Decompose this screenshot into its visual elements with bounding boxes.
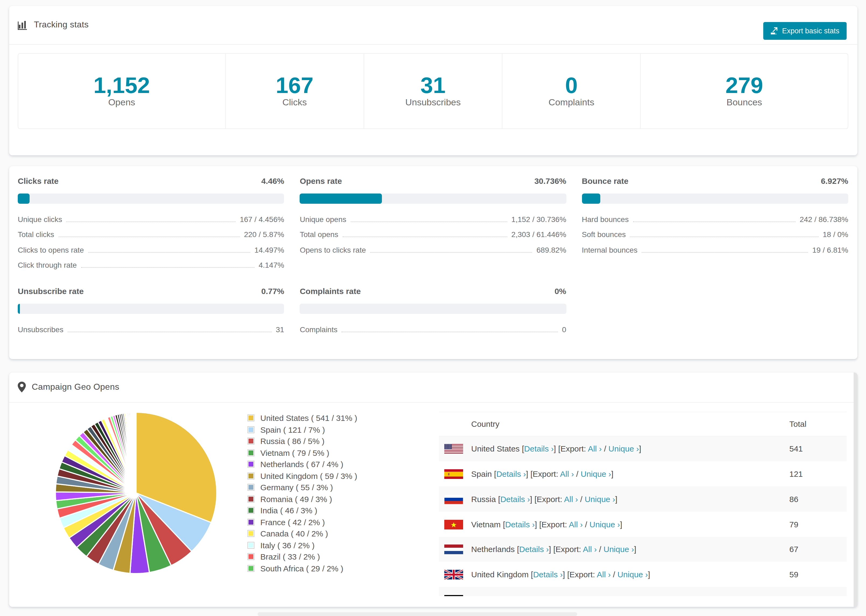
- export-all-link[interactable]: All ›: [597, 570, 611, 579]
- dotted-leader: [81, 262, 254, 268]
- dotted-leader: [370, 247, 532, 252]
- export-button-label: Export basic stats: [782, 27, 839, 35]
- legend-item: Germany ( 55 / 3% ): [247, 482, 357, 493]
- country-name: Vietnam: [471, 520, 501, 529]
- export-unique-link[interactable]: Unique ›: [581, 469, 611, 478]
- tracking-stats-header: Tracking stats Export basic stats: [9, 6, 857, 44]
- rate-value: 6.927%: [821, 176, 848, 185]
- details-link[interactable]: Details ›: [524, 444, 554, 453]
- legend-label: South Africa ( 29 / 2% ): [260, 564, 343, 573]
- rate-row: Unique clicks167 / 4.456%: [18, 212, 284, 227]
- details-link[interactable]: Details ›: [519, 545, 549, 554]
- rates-card: Clicks rate4.46%Unique clicks167 / 4.456…: [9, 166, 857, 359]
- legend-item: Vietnam ( 79 / 5% ): [247, 447, 357, 459]
- export-unique-link[interactable]: Unique ›: [589, 520, 620, 529]
- export-all-link[interactable]: All ›: [573, 595, 587, 596]
- flag-es-icon: [444, 469, 463, 479]
- geo-table-row: Germany [Details ›] [Export: All › / Uni…: [439, 587, 847, 596]
- export-all-link[interactable]: All ›: [583, 545, 597, 554]
- legend-swatch: [247, 460, 254, 468]
- rate-title: Complaints rate: [300, 286, 361, 295]
- legend-item: Brazil ( 33 / 2% ): [247, 551, 357, 563]
- geo-body: United States ( 541 / 31% )Spain ( 121 /…: [9, 402, 857, 606]
- stat-bounces: 279Bounces: [641, 53, 848, 129]
- dotted-leader: [642, 247, 808, 252]
- dotted-leader: [66, 216, 236, 222]
- legend-swatch: [247, 484, 254, 491]
- details-link[interactable]: Details ›: [505, 520, 535, 529]
- geo-table: Country Total United States [Details ›] …: [439, 412, 847, 596]
- details-link[interactable]: Details ›: [509, 595, 538, 596]
- geo-table-row: Vietnam [Details ›] [Export: All › / Uni…: [439, 512, 847, 537]
- rate-row: Clicks to opens rate14.497%: [18, 242, 284, 258]
- export-unique-link[interactable]: Unique ›: [585, 495, 615, 504]
- export-basic-stats-button[interactable]: Export basic stats: [763, 22, 846, 39]
- country-total: 121: [787, 462, 847, 487]
- export-unique-link[interactable]: Unique ›: [603, 545, 634, 554]
- legend-label: Brazil ( 33 / 2% ): [260, 552, 320, 561]
- export-unique-link[interactable]: Unique ›: [593, 595, 624, 596]
- export-label: Export:: [561, 444, 586, 453]
- rate-row: Unsubscribes31: [18, 322, 284, 337]
- details-link[interactable]: Details ›: [500, 495, 530, 504]
- export-label: Export:: [533, 469, 558, 478]
- export-unique-link[interactable]: Unique ›: [608, 444, 639, 453]
- legend-item: Italy ( 36 / 2% ): [247, 539, 357, 551]
- export-all-link[interactable]: All ›: [569, 520, 583, 529]
- geo-table-country-header: Country: [469, 412, 787, 436]
- stat-value: 167: [226, 74, 364, 96]
- country-total: 59: [787, 562, 847, 587]
- stat-label: Bounces: [641, 97, 848, 108]
- geo-table-flag-header: [439, 412, 469, 436]
- horizontal-scrollbar-thumb[interactable]: [258, 612, 577, 616]
- export-label: Export:: [569, 570, 595, 579]
- flag-nl-icon: [444, 545, 463, 555]
- legend-swatch: [247, 553, 254, 560]
- rates-grid: Clicks rate4.46%Unique clicks167 / 4.456…: [9, 166, 857, 346]
- details-link[interactable]: Details ›: [533, 570, 563, 579]
- rate-title: Unsubscribe rate: [18, 286, 83, 295]
- campaign-geo-opens-card: Campaign Geo Opens United States ( 541 /…: [9, 372, 857, 607]
- legend-label: India ( 46 / 3% ): [260, 506, 317, 515]
- rate-progress-track: [300, 303, 567, 314]
- section-opens-rate: Opens rate30.736%Unique opens1,152 / 30.…: [300, 175, 567, 273]
- legend-label: Italy ( 36 / 2% ): [260, 541, 315, 550]
- section-clicks-rate: Clicks rate4.46%Unique clicks167 / 4.456…: [18, 175, 284, 273]
- section-complaints-rate: Complaints rate0%Complaints0: [300, 285, 567, 337]
- rate-row: Hard bounces242 / 86.738%: [582, 212, 848, 227]
- export-all-link[interactable]: All ›: [564, 495, 578, 504]
- rate-row: Internal bounces19 / 6.81%: [582, 242, 848, 258]
- map-pin-icon: [18, 382, 26, 393]
- dotted-leader: [633, 216, 795, 222]
- rate-row: Opens to clicks rate689.82%: [300, 242, 567, 258]
- country-name: Netherlands: [471, 545, 515, 554]
- export-unique-link[interactable]: Unique ›: [617, 570, 648, 579]
- rate-progress-track: [300, 193, 567, 203]
- stats-summary-row: 1,152Opens167Clicks31Unsubscribes0Compla…: [18, 53, 848, 129]
- tracking-stats-card: Tracking stats Export basic stats 1,152O…: [9, 6, 857, 156]
- dotted-leader: [350, 216, 507, 222]
- vertical-scrollbar[interactable]: [853, 372, 857, 607]
- page: Tracking stats Export basic stats 1,152O…: [0, 0, 866, 616]
- bar-chart-icon: [18, 20, 28, 30]
- export-all-link[interactable]: All ›: [560, 469, 574, 478]
- export-all-link[interactable]: All ›: [588, 444, 602, 453]
- legend-item: United Kingdom ( 59 / 3% ): [247, 470, 357, 482]
- legend-label: United States ( 541 / 31% ): [260, 413, 357, 423]
- legend-label: Netherlands ( 67 / 4% ): [260, 460, 343, 469]
- stat-label: Opens: [18, 97, 225, 108]
- stat-clicks: 167Clicks: [226, 53, 364, 129]
- details-link[interactable]: Details ›: [496, 469, 526, 478]
- stat-value: 0: [502, 74, 640, 96]
- dotted-leader: [58, 232, 239, 237]
- country-name: United Kingdom: [471, 570, 529, 579]
- legend-item: Netherlands ( 67 / 4% ): [247, 459, 357, 470]
- legend-swatch: [247, 565, 254, 572]
- legend-item: Spain ( 121 / 7% ): [247, 424, 357, 435]
- dotted-leader: [88, 247, 250, 252]
- rate-title: Opens rate: [300, 176, 342, 185]
- geo-table-row: Netherlands [Details ›] [Export: All › /…: [439, 537, 847, 562]
- rate-row: Click through rate4.147%: [18, 258, 284, 273]
- legend-swatch: [247, 426, 254, 433]
- stat-value: 31: [364, 74, 502, 96]
